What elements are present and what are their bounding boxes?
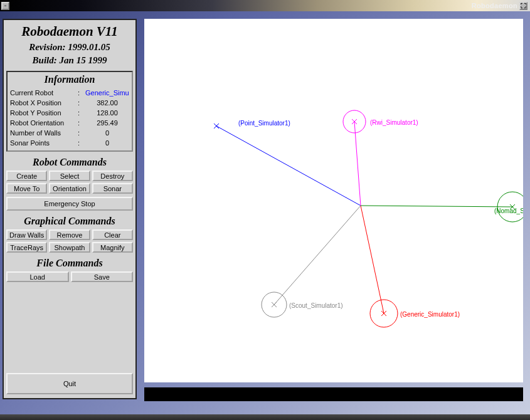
svg-line-15 xyxy=(274,206,361,305)
info-value: Generic_Simu xyxy=(85,89,129,97)
robot-commands-group: Robot Commands CreateSelectDestroy Move … xyxy=(6,157,133,211)
info-separator: : xyxy=(78,139,85,147)
svg-line-7 xyxy=(361,206,512,207)
window-menu-button[interactable]: ▫ xyxy=(1,2,9,10)
info-separator: : xyxy=(78,99,85,107)
file-commands-group: File Commands LoadSave xyxy=(6,258,133,282)
info-label: Robot X Position xyxy=(10,99,78,107)
information-title: Information xyxy=(8,74,132,85)
info-value: 0 xyxy=(85,139,129,147)
svg-line-11 xyxy=(361,206,384,313)
window-title: Robodaemon xyxy=(472,2,517,9)
info-value: 128.00 xyxy=(85,109,129,117)
info-row: Robot X Position:382.00 xyxy=(8,98,132,108)
emergency-stop-button[interactable]: Emergency Stop xyxy=(6,197,133,211)
side-panel: Robodaemon V11 Revision: 1999.01.05 Buil… xyxy=(3,19,137,399)
file-cmd-load[interactable]: Load xyxy=(6,271,69,282)
info-row: Robot Orientation:295.49 xyxy=(8,118,132,128)
quit-button[interactable]: Quit xyxy=(6,373,133,394)
info-label: Current Robot xyxy=(10,89,78,97)
robot-label: (Point_Simulator1) xyxy=(238,120,290,127)
client-area: Robodaemon V11 Revision: 1999.01.05 Buil… xyxy=(0,11,530,414)
graphical-commands-title: Graphical Commands xyxy=(6,216,133,227)
drawing-canvas[interactable]: (Point_Simulator1)(Rwi_Simulator1)(Nomad… xyxy=(144,19,523,382)
gfx-cmd-showpath[interactable]: Showpath xyxy=(49,242,90,253)
information-box: Information Current Robot:Generic_SimuRo… xyxy=(6,71,133,152)
taskbar xyxy=(0,414,530,420)
info-label: Number of Walls xyxy=(10,129,78,137)
gfx-cmd-clear[interactable]: Clear xyxy=(92,229,133,240)
robot-cmd-move-to[interactable]: Move To xyxy=(6,183,47,194)
info-label: Robot Orientation xyxy=(10,119,78,127)
robot-cmd-orientation[interactable]: Orientation xyxy=(49,183,90,194)
info-label: Robot Y Position xyxy=(10,109,78,117)
gfx-cmd-tracerays[interactable]: TraceRays xyxy=(6,242,47,253)
robot-cmd-select[interactable]: Select xyxy=(49,171,90,181)
info-value: 382.00 xyxy=(85,99,129,107)
info-separator: : xyxy=(78,129,85,137)
robot-cmd-create[interactable]: Create xyxy=(6,171,47,181)
svg-line-3 xyxy=(354,122,361,206)
robot-label: (Nomad_Sim xyxy=(494,207,523,214)
app-revision: Revision: 1999.01.05 xyxy=(6,42,133,53)
robot-label: (Rwi_Simulator1) xyxy=(370,119,418,126)
robot-commands-title: Robot Commands xyxy=(6,157,133,168)
info-value: 295.49 xyxy=(85,119,129,127)
window-titlebar: ▫ Robodaemon ⛶ xyxy=(0,0,530,11)
info-row: Current Robot:Generic_Simu xyxy=(8,88,132,98)
info-value: 0 xyxy=(85,129,129,137)
gfx-cmd-magnify[interactable]: Magnify xyxy=(92,242,133,253)
info-row: Number of Walls:0 xyxy=(8,128,132,138)
app-title: Robodaemon V11 xyxy=(6,24,133,39)
file-cmd-save[interactable]: Save xyxy=(71,271,134,282)
gfx-cmd-draw-walls[interactable]: Draw Walls xyxy=(6,229,47,240)
robot-label: (Scout_Simulator1) xyxy=(289,302,343,309)
window-maximize-button[interactable]: ⛶ xyxy=(519,2,527,10)
robot-label: (Generic_Simulator1) xyxy=(400,311,460,318)
info-label: Sonar Points xyxy=(10,139,78,147)
gfx-cmd-remove[interactable]: Remove xyxy=(49,229,90,240)
file-commands-title: File Commands xyxy=(6,258,133,269)
status-bar xyxy=(144,387,523,401)
graphical-commands-group: Graphical Commands Draw WallsRemoveClear… xyxy=(6,216,133,253)
svg-line-0 xyxy=(216,126,361,206)
info-separator: : xyxy=(78,119,85,127)
robot-cmd-sonar[interactable]: Sonar xyxy=(92,183,133,194)
info-row: Sonar Points:0 xyxy=(8,138,132,148)
info-separator: : xyxy=(78,109,85,117)
app-build: Build: Jan 15 1999 xyxy=(6,55,133,66)
info-row: Robot Y Position:128.00 xyxy=(8,108,132,118)
info-separator: : xyxy=(78,89,85,97)
robot-cmd-destroy[interactable]: Destroy xyxy=(92,171,133,181)
